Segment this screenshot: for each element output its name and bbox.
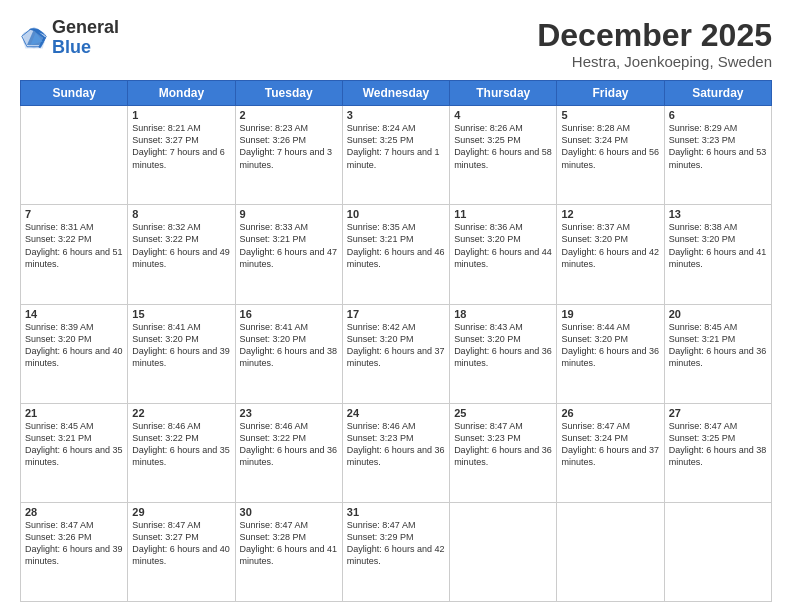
title-block: December 2025 Hestra, Joenkoeping, Swede… [537,18,772,70]
date-number: 9 [240,208,338,220]
cell-info: Sunrise: 8:39 AM Sunset: 3:20 PM Dayligh… [25,321,123,370]
cell-info: Sunrise: 8:45 AM Sunset: 3:21 PM Dayligh… [25,420,123,469]
cell-info: Sunrise: 8:45 AM Sunset: 3:21 PM Dayligh… [669,321,767,370]
date-number: 17 [347,308,445,320]
calendar-cell: 3Sunrise: 8:24 AM Sunset: 3:25 PM Daylig… [342,106,449,205]
date-number: 21 [25,407,123,419]
week-row-5: 28Sunrise: 8:47 AM Sunset: 3:26 PM Dayli… [21,502,772,601]
cell-info: Sunrise: 8:44 AM Sunset: 3:20 PM Dayligh… [561,321,659,370]
cell-info: Sunrise: 8:37 AM Sunset: 3:20 PM Dayligh… [561,221,659,270]
date-number: 6 [669,109,767,121]
calendar-cell: 6Sunrise: 8:29 AM Sunset: 3:23 PM Daylig… [664,106,771,205]
date-number: 26 [561,407,659,419]
date-number: 10 [347,208,445,220]
date-number: 7 [25,208,123,220]
cell-info: Sunrise: 8:21 AM Sunset: 3:27 PM Dayligh… [132,122,230,171]
calendar-cell: 1Sunrise: 8:21 AM Sunset: 3:27 PM Daylig… [128,106,235,205]
calendar-cell: 22Sunrise: 8:46 AM Sunset: 3:22 PM Dayli… [128,403,235,502]
cell-info: Sunrise: 8:43 AM Sunset: 3:20 PM Dayligh… [454,321,552,370]
cell-info: Sunrise: 8:23 AM Sunset: 3:26 PM Dayligh… [240,122,338,171]
cell-info: Sunrise: 8:41 AM Sunset: 3:20 PM Dayligh… [132,321,230,370]
cell-info: Sunrise: 8:28 AM Sunset: 3:24 PM Dayligh… [561,122,659,171]
cell-info: Sunrise: 8:47 AM Sunset: 3:29 PM Dayligh… [347,519,445,568]
cell-info: Sunrise: 8:33 AM Sunset: 3:21 PM Dayligh… [240,221,338,270]
location: Hestra, Joenkoeping, Sweden [537,53,772,70]
date-number: 13 [669,208,767,220]
date-number: 30 [240,506,338,518]
header: General Blue December 2025 Hestra, Joenk… [20,18,772,70]
page: General Blue December 2025 Hestra, Joenk… [0,0,792,612]
date-number: 22 [132,407,230,419]
date-number: 5 [561,109,659,121]
date-number: 15 [132,308,230,320]
day-header-sunday: Sunday [21,81,128,106]
calendar-cell: 26Sunrise: 8:47 AM Sunset: 3:24 PM Dayli… [557,403,664,502]
date-number: 16 [240,308,338,320]
day-header-tuesday: Tuesday [235,81,342,106]
calendar-cell [557,502,664,601]
cell-info: Sunrise: 8:46 AM Sunset: 3:22 PM Dayligh… [132,420,230,469]
week-row-3: 14Sunrise: 8:39 AM Sunset: 3:20 PM Dayli… [21,304,772,403]
calendar-cell [664,502,771,601]
week-row-1: 1Sunrise: 8:21 AM Sunset: 3:27 PM Daylig… [21,106,772,205]
date-number: 1 [132,109,230,121]
date-number: 18 [454,308,552,320]
cell-info: Sunrise: 8:47 AM Sunset: 3:27 PM Dayligh… [132,519,230,568]
cell-info: Sunrise: 8:29 AM Sunset: 3:23 PM Dayligh… [669,122,767,171]
calendar-cell: 12Sunrise: 8:37 AM Sunset: 3:20 PM Dayli… [557,205,664,304]
calendar-cell [450,502,557,601]
calendar-cell: 10Sunrise: 8:35 AM Sunset: 3:21 PM Dayli… [342,205,449,304]
cell-info: Sunrise: 8:47 AM Sunset: 3:28 PM Dayligh… [240,519,338,568]
cell-info: Sunrise: 8:46 AM Sunset: 3:23 PM Dayligh… [347,420,445,469]
logo-text: General Blue [52,18,119,58]
calendar-cell: 2Sunrise: 8:23 AM Sunset: 3:26 PM Daylig… [235,106,342,205]
week-row-2: 7Sunrise: 8:31 AM Sunset: 3:22 PM Daylig… [21,205,772,304]
cell-info: Sunrise: 8:32 AM Sunset: 3:22 PM Dayligh… [132,221,230,270]
cell-info: Sunrise: 8:26 AM Sunset: 3:25 PM Dayligh… [454,122,552,171]
calendar-cell: 31Sunrise: 8:47 AM Sunset: 3:29 PM Dayli… [342,502,449,601]
date-number: 3 [347,109,445,121]
date-number: 4 [454,109,552,121]
calendar-cell: 17Sunrise: 8:42 AM Sunset: 3:20 PM Dayli… [342,304,449,403]
logo-icon [20,24,48,52]
calendar-cell: 23Sunrise: 8:46 AM Sunset: 3:22 PM Dayli… [235,403,342,502]
logo: General Blue [20,18,119,58]
logo-blue: Blue [52,38,119,58]
day-header-friday: Friday [557,81,664,106]
cell-info: Sunrise: 8:24 AM Sunset: 3:25 PM Dayligh… [347,122,445,171]
cell-info: Sunrise: 8:31 AM Sunset: 3:22 PM Dayligh… [25,221,123,270]
calendar-cell: 4Sunrise: 8:26 AM Sunset: 3:25 PM Daylig… [450,106,557,205]
calendar-cell: 27Sunrise: 8:47 AM Sunset: 3:25 PM Dayli… [664,403,771,502]
date-number: 29 [132,506,230,518]
calendar-cell: 13Sunrise: 8:38 AM Sunset: 3:20 PM Dayli… [664,205,771,304]
date-number: 25 [454,407,552,419]
calendar-cell [21,106,128,205]
cell-info: Sunrise: 8:38 AM Sunset: 3:20 PM Dayligh… [669,221,767,270]
date-number: 27 [669,407,767,419]
calendar-cell: 16Sunrise: 8:41 AM Sunset: 3:20 PM Dayli… [235,304,342,403]
calendar-cell: 5Sunrise: 8:28 AM Sunset: 3:24 PM Daylig… [557,106,664,205]
date-number: 24 [347,407,445,419]
date-number: 20 [669,308,767,320]
date-number: 19 [561,308,659,320]
calendar-cell: 19Sunrise: 8:44 AM Sunset: 3:20 PM Dayli… [557,304,664,403]
calendar-cell: 18Sunrise: 8:43 AM Sunset: 3:20 PM Dayli… [450,304,557,403]
calendar-cell: 8Sunrise: 8:32 AM Sunset: 3:22 PM Daylig… [128,205,235,304]
calendar-cell: 25Sunrise: 8:47 AM Sunset: 3:23 PM Dayli… [450,403,557,502]
calendar-cell: 30Sunrise: 8:47 AM Sunset: 3:28 PM Dayli… [235,502,342,601]
calendar-cell: 14Sunrise: 8:39 AM Sunset: 3:20 PM Dayli… [21,304,128,403]
cell-info: Sunrise: 8:47 AM Sunset: 3:24 PM Dayligh… [561,420,659,469]
calendar-cell: 7Sunrise: 8:31 AM Sunset: 3:22 PM Daylig… [21,205,128,304]
calendar-cell: 9Sunrise: 8:33 AM Sunset: 3:21 PM Daylig… [235,205,342,304]
calendar-cell: 29Sunrise: 8:47 AM Sunset: 3:27 PM Dayli… [128,502,235,601]
cell-info: Sunrise: 8:41 AM Sunset: 3:20 PM Dayligh… [240,321,338,370]
day-header-wednesday: Wednesday [342,81,449,106]
calendar-cell: 15Sunrise: 8:41 AM Sunset: 3:20 PM Dayli… [128,304,235,403]
logo-general: General [52,18,119,38]
cell-info: Sunrise: 8:35 AM Sunset: 3:21 PM Dayligh… [347,221,445,270]
date-number: 23 [240,407,338,419]
cell-info: Sunrise: 8:36 AM Sunset: 3:20 PM Dayligh… [454,221,552,270]
day-headers-row: SundayMondayTuesdayWednesdayThursdayFrid… [21,81,772,106]
cell-info: Sunrise: 8:46 AM Sunset: 3:22 PM Dayligh… [240,420,338,469]
calendar-cell: 20Sunrise: 8:45 AM Sunset: 3:21 PM Dayli… [664,304,771,403]
